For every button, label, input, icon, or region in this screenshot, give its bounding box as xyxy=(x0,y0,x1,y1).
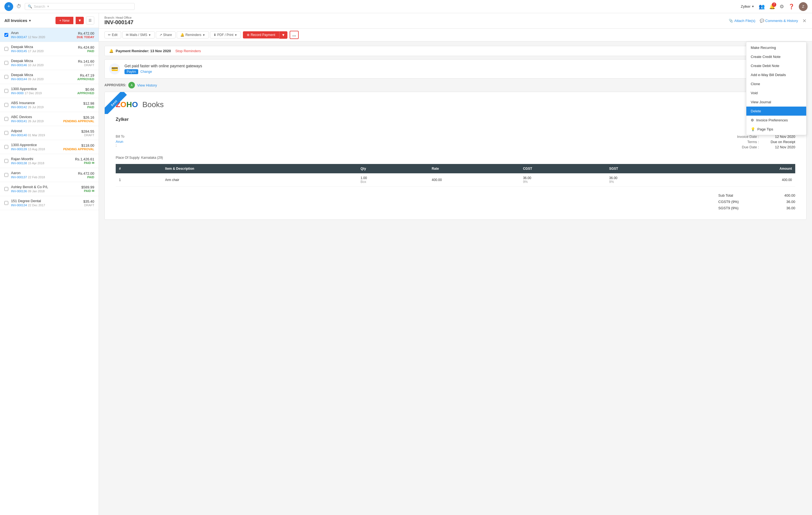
doc-dates: Invoice Date : 12 Nov 2020 Terms : Due o… xyxy=(731,134,795,150)
invoice-number[interactable]: INV-000146 xyxy=(11,63,27,67)
invoice-number[interactable]: INV-000144 xyxy=(11,78,27,81)
view-history-link[interactable]: View History xyxy=(137,83,157,87)
list-item[interactable]: 151 Degree Dental INV-000134 22 Dec 2017… xyxy=(0,196,99,210)
sidebar: All Invoices ▼ + New ▼ ☰ Arun INV-000147… xyxy=(0,13,99,515)
doc-company-name: Zylker xyxy=(116,117,128,122)
totals-section: Sub Total 400.00 CGST9 (9%) 36.00 SGST9 … xyxy=(116,192,795,211)
invoice-status: APPROVED xyxy=(77,78,94,81)
record-payment-button[interactable]: ⊕ Record Payment xyxy=(243,31,279,38)
list-item[interactable]: Deepak Mirza INV-000145 17 Jul 2020 Rs.4… xyxy=(0,42,99,56)
dropdown-item-label: Create Credit Note xyxy=(751,55,780,59)
invoice-checkbox[interactable] xyxy=(4,145,8,149)
invoice-number[interactable]: INV-000140 xyxy=(11,133,27,137)
list-item[interactable]: Rajan Moorthi INV-000138 15 Apr 2018 Rs.… xyxy=(0,154,99,168)
list-menu-button[interactable]: ☰ xyxy=(86,17,94,25)
list-item[interactable]: Aaron INV-000137 22 Feb 2018 Rs.472.00 P… xyxy=(0,168,99,182)
invoice-name: 1300 Apprentice xyxy=(11,143,60,147)
invoice-checkbox[interactable] xyxy=(4,61,8,65)
col-amount: Amount xyxy=(691,164,795,173)
paytm-badge[interactable]: Paytm xyxy=(124,69,138,74)
invoice-number[interactable]: INV-0000 xyxy=(11,91,24,95)
invoice-status: PAID xyxy=(83,105,94,109)
change-link[interactable]: Change xyxy=(140,70,152,73)
reminders-button[interactable]: 🔔 Reminders ▼ xyxy=(177,31,209,38)
sidebar-actions: + New ▼ ☰ xyxy=(56,17,94,25)
list-item[interactable]: Arun INV-000147 12 Nov 2020 Rs.472.00 DU… xyxy=(0,28,99,42)
invoice-number[interactable]: INV-000138 xyxy=(11,161,27,165)
search-dropdown-icon: ▼ xyxy=(47,5,50,8)
stop-reminders-link[interactable]: Stop Reminders xyxy=(175,49,201,53)
dropdown-item[interactable]: 💡Page Tips xyxy=(746,125,806,134)
list-item[interactable]: Deepak Mirza INV-000144 09 Jul 2020 Rs.4… xyxy=(0,70,99,84)
dropdown-item[interactable]: View Journal xyxy=(746,97,806,107)
list-item[interactable]: Deepak Mirza INV-000146 10 Jul 2020 Rs.1… xyxy=(0,56,99,70)
dropdown-item[interactable]: ⚙Invoice Preferences xyxy=(746,116,806,125)
share-button[interactable]: ↗ Share xyxy=(156,31,176,38)
invoice-checkbox[interactable] xyxy=(4,103,8,107)
record-payment-arrow[interactable]: ▼ xyxy=(279,31,287,39)
invoice-checkbox[interactable] xyxy=(4,187,8,191)
nav-plus-button[interactable]: + xyxy=(4,2,13,11)
settings-icon[interactable]: ⚙ xyxy=(780,4,784,10)
edit-button[interactable]: ✏ Edit xyxy=(105,31,121,38)
invoice-checkbox[interactable] xyxy=(4,75,8,79)
invoice-name: Deepak Mirza xyxy=(11,45,75,49)
invoice-checkbox[interactable] xyxy=(4,201,8,205)
mails-sms-button[interactable]: ✉ Mails / SMS ▼ xyxy=(122,31,155,38)
list-item[interactable]: 1300 Apprentice INV-0000 17 Dec 2019 $0.… xyxy=(0,84,99,98)
help-icon[interactable]: ❓ xyxy=(788,4,794,10)
invoice-checkbox[interactable] xyxy=(4,159,8,163)
invoice-checkbox[interactable] xyxy=(4,89,8,93)
dropdown-item[interactable]: Delete xyxy=(746,107,806,116)
invoice-checkbox[interactable] xyxy=(4,33,8,37)
new-button[interactable]: + New xyxy=(56,17,74,24)
reminder-icon: 🔔 xyxy=(180,33,184,37)
dropdown-item-label: Delete xyxy=(751,109,761,113)
invoice-number[interactable]: INV-000145 xyxy=(11,50,27,53)
list-item[interactable]: Adpost INV-000140 01 Mar 2019 $284.55 DR… xyxy=(0,126,99,140)
dropdown-item[interactable]: Create Debit Note xyxy=(746,61,806,70)
main-content: Branch: Head Office INV-000147 📎 Attach … xyxy=(99,13,812,515)
invoice-right: $118.00 PENDING APPROVAL xyxy=(63,143,94,151)
invoice-number[interactable]: INV-000139 xyxy=(11,148,27,151)
invoice-name: 151 Degree Dental xyxy=(11,199,81,203)
list-item[interactable]: ABS Insurance INV-000142 26 Jul 2019 $12… xyxy=(0,98,99,112)
invoice-name: Deepak Mirza xyxy=(11,59,75,63)
search-bar[interactable]: 🔍 Search ▼ xyxy=(25,3,135,10)
dropdown-item[interactable]: Add e-Way Bill Details xyxy=(746,70,806,80)
dropdown-item[interactable]: Create Credit Note xyxy=(746,52,806,61)
invoice-checkbox[interactable] xyxy=(4,131,8,135)
close-button[interactable]: ✕ xyxy=(802,18,807,24)
dropdown-item[interactable]: Clone xyxy=(746,80,806,88)
invoice-info: Deepak Mirza INV-000144 09 Jul 2020 xyxy=(11,73,75,81)
new-arrow-button[interactable]: ▼ xyxy=(76,17,84,24)
dropdown-item[interactable]: Make Recurring xyxy=(746,43,806,52)
comments-history-link[interactable]: 💬 Comments & History xyxy=(760,19,798,23)
invoice-checkbox[interactable] xyxy=(4,117,8,121)
pdf-print-button[interactable]: ⬇ PDF / Print ▼ xyxy=(210,31,241,38)
cell-amount: 400.00 xyxy=(691,173,795,187)
list-item[interactable]: 1300 Apprentice INV-000139 13 Aug 2018 $… xyxy=(0,140,99,154)
invoice-number[interactable]: INV-000142 xyxy=(11,105,27,109)
list-item[interactable]: ABC Devices INV-000141 26 Jul 2019 $26.1… xyxy=(0,112,99,126)
more-options-button[interactable]: ... xyxy=(290,31,299,39)
avatar[interactable]: Z xyxy=(799,2,808,11)
invoice-number[interactable]: INV-000141 xyxy=(11,119,27,123)
invoice-number[interactable]: INV-000137 xyxy=(11,176,27,179)
dropdown-item[interactable]: Void xyxy=(746,88,806,97)
invoice-number[interactable]: INV-000134 xyxy=(11,204,27,207)
invoice-number[interactable]: INV-000136 xyxy=(11,189,27,193)
list-item[interactable]: Ashley Benoit & Co P/L INV-000136 09 Jan… xyxy=(0,182,99,196)
invoice-name: Arun xyxy=(11,31,74,35)
dropdown-item-label: Create Debit Note xyxy=(751,64,779,68)
invoice-checkbox[interactable] xyxy=(4,47,8,51)
user-menu[interactable]: Zylker ▼ xyxy=(741,4,754,8)
people-icon[interactable]: 👥 xyxy=(759,4,765,10)
attach-files-link[interactable]: 📎 Attach File(s) xyxy=(729,19,755,23)
all-invoices-title[interactable]: All Invoices ▼ xyxy=(4,18,31,23)
nav-history-button[interactable]: ⏱ xyxy=(17,4,22,9)
invoice-checkbox[interactable] xyxy=(4,173,8,177)
notification-icon[interactable]: 🔔 7 xyxy=(769,4,775,10)
invoice-number[interactable]: INV-000147 xyxy=(11,35,27,39)
reminder-bar: 🔔 Payment Reminder: 13 Nov 2020 Stop Rem… xyxy=(105,46,807,56)
